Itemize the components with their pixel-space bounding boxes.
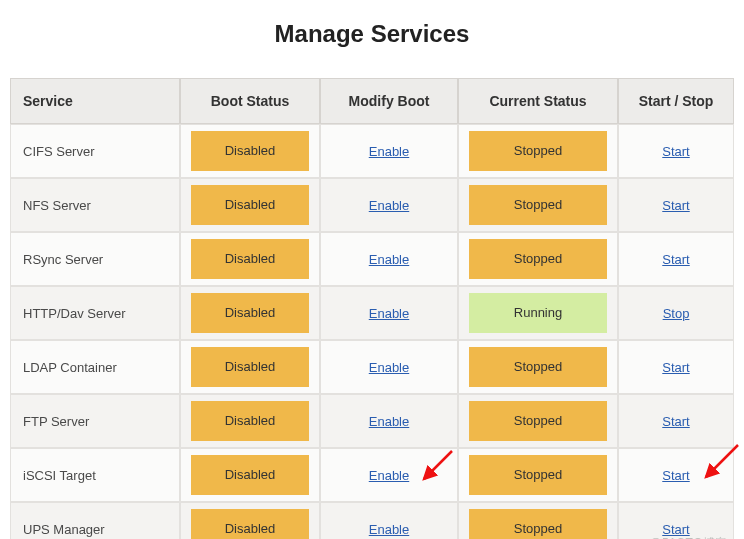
boot-status: Disabled <box>180 286 320 340</box>
current-status: Stopped <box>458 448 618 502</box>
table-row: RSync ServerDisabledEnableStoppedStart <box>10 232 734 286</box>
status-badge: Stopped <box>469 131 607 171</box>
col-boot-status: Boot Status <box>180 78 320 124</box>
start-stop-cell: Start <box>618 448 734 502</box>
boot-status: Disabled <box>180 502 320 539</box>
boot-status: Disabled <box>180 448 320 502</box>
current-status: Stopped <box>458 502 618 539</box>
service-name: FTP Server <box>10 394 180 448</box>
watermark: @51CTO博客 <box>649 535 728 539</box>
current-status: Stopped <box>458 340 618 394</box>
enable-link[interactable]: Enable <box>369 360 409 375</box>
modify-boot-cell: Enable <box>320 394 458 448</box>
status-badge: Stopped <box>469 239 607 279</box>
modify-boot-cell: Enable <box>320 502 458 539</box>
status-badge: Running <box>469 293 607 333</box>
col-service: Service <box>10 78 180 124</box>
boot-status: Disabled <box>180 340 320 394</box>
status-badge: Disabled <box>191 131 309 171</box>
status-badge: Stopped <box>469 455 607 495</box>
start-stop-cell: Start <box>618 502 734 539</box>
enable-link[interactable]: Enable <box>369 414 409 429</box>
start-link[interactable]: Start <box>662 360 689 375</box>
service-name: iSCSI Target <box>10 448 180 502</box>
table-row: FTP ServerDisabledEnableStoppedStart <box>10 394 734 448</box>
status-badge: Disabled <box>191 347 309 387</box>
table-row: CIFS ServerDisabledEnableStoppedStart <box>10 124 734 178</box>
start-stop-cell: Start <box>618 394 734 448</box>
boot-status: Disabled <box>180 232 320 286</box>
page-title: Manage Services <box>10 20 734 48</box>
status-badge: Disabled <box>191 185 309 225</box>
boot-status: Disabled <box>180 124 320 178</box>
modify-boot-cell: Enable <box>320 448 458 502</box>
col-start-stop: Start / Stop <box>618 78 734 124</box>
service-name: HTTP/Dav Server <box>10 286 180 340</box>
enable-link[interactable]: Enable <box>369 522 409 537</box>
enable-link[interactable]: Enable <box>369 144 409 159</box>
enable-link[interactable]: Enable <box>369 306 409 321</box>
start-link[interactable]: Start <box>662 144 689 159</box>
table-row: UPS ManagerDisabledEnableStoppedStart <box>10 502 734 539</box>
service-name: CIFS Server <box>10 124 180 178</box>
start-stop-cell: Start <box>618 124 734 178</box>
service-name: RSync Server <box>10 232 180 286</box>
table-row: LDAP ContainerDisabledEnableStoppedStart <box>10 340 734 394</box>
start-stop-cell: Start <box>618 178 734 232</box>
enable-link[interactable]: Enable <box>369 252 409 267</box>
service-name: LDAP Container <box>10 340 180 394</box>
table-row: HTTP/Dav ServerDisabledEnableRunningStop <box>10 286 734 340</box>
current-status: Stopped <box>458 124 618 178</box>
start-link[interactable]: Start <box>662 468 689 483</box>
service-name: UPS Manager <box>10 502 180 539</box>
start-stop-cell: Start <box>618 340 734 394</box>
modify-boot-cell: Enable <box>320 178 458 232</box>
current-status: Running <box>458 286 618 340</box>
table-header-row: Service Boot Status Modify Boot Current … <box>10 78 734 124</box>
start-link[interactable]: Start <box>662 252 689 267</box>
modify-boot-cell: Enable <box>320 340 458 394</box>
status-badge: Disabled <box>191 293 309 333</box>
status-badge: Disabled <box>191 455 309 495</box>
modify-boot-cell: Enable <box>320 124 458 178</box>
start-link[interactable]: Start <box>662 414 689 429</box>
status-badge: Stopped <box>469 347 607 387</box>
enable-link[interactable]: Enable <box>369 468 409 483</box>
boot-status: Disabled <box>180 178 320 232</box>
col-modify-boot: Modify Boot <box>320 78 458 124</box>
start-stop-cell: Start <box>618 232 734 286</box>
service-name: NFS Server <box>10 178 180 232</box>
current-status: Stopped <box>458 178 618 232</box>
status-badge: Disabled <box>191 401 309 441</box>
table-row: NFS ServerDisabledEnableStoppedStart <box>10 178 734 232</box>
status-badge: Stopped <box>469 185 607 225</box>
table-row: iSCSI TargetDisabledEnableStoppedStart <box>10 448 734 502</box>
current-status: Stopped <box>458 232 618 286</box>
status-badge: Disabled <box>191 239 309 279</box>
col-current-status: Current Status <box>458 78 618 124</box>
stop-link[interactable]: Stop <box>663 306 690 321</box>
status-badge: Disabled <box>191 509 309 539</box>
modify-boot-cell: Enable <box>320 232 458 286</box>
status-badge: Stopped <box>469 401 607 441</box>
start-link[interactable]: Start <box>662 198 689 213</box>
current-status: Stopped <box>458 394 618 448</box>
services-table: Service Boot Status Modify Boot Current … <box>10 78 734 539</box>
start-stop-cell: Stop <box>618 286 734 340</box>
modify-boot-cell: Enable <box>320 286 458 340</box>
enable-link[interactable]: Enable <box>369 198 409 213</box>
boot-status: Disabled <box>180 394 320 448</box>
status-badge: Stopped <box>469 509 607 539</box>
